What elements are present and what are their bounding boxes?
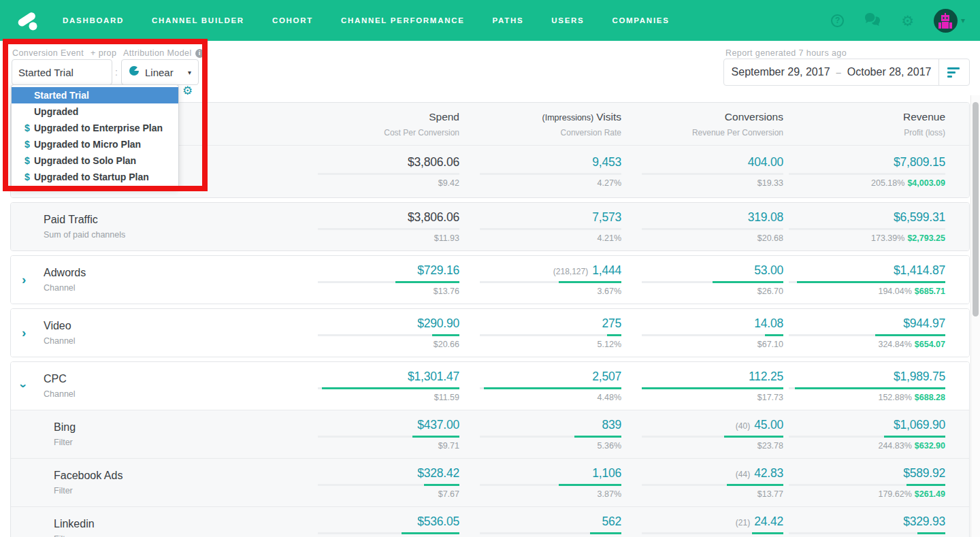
table-row-cpc[interactable]: › CPC Channel $1,301.47 $11.59 2,507 4.4…	[11, 362, 969, 410]
info-icon[interactable]: i	[195, 49, 204, 58]
scrollbar-thumb[interactable]	[973, 102, 979, 316]
date-range-text: September 29, 2017 – October 28, 2017	[724, 59, 938, 85]
conversion-event-label: Conversion Event+ prop	[12, 48, 116, 58]
row-subtitle: Sum of paid channels	[44, 230, 125, 240]
nav-item-dashboard[interactable]: DASHBOARD	[63, 16, 124, 25]
visits-cell: 839 5.36%	[459, 418, 621, 451]
dollar-icon: $	[24, 136, 30, 152]
conversions-cell: 112.25 $17.73	[621, 370, 783, 402]
table-row-paid-traffic[interactable]: Paid Traffic Sum of paid channels $3,806…	[11, 203, 969, 250]
nav-menu: DASHBOARD CHANNEL BUILDER COHORT CHANNEL…	[63, 16, 670, 25]
visits-cell: (218,127)1,444 3.67%	[459, 263, 621, 296]
conversions-cell: (21)24.42 $13.51	[621, 515, 783, 537]
row-title: CPC	[44, 373, 76, 385]
table-row-linkedin[interactable]: Linkedin Filter $536.05 $21.95 562 4.34%…	[11, 506, 969, 537]
top-nav: DASHBOARD CHANNEL BUILDER COHORT CHANNEL…	[0, 0, 980, 41]
visits-cell: 562 4.34%	[459, 515, 621, 537]
date-end: October 28, 2017	[847, 66, 932, 78]
row-subtitle: Channel	[44, 283, 86, 293]
dollar-icon: $	[24, 169, 30, 185]
table-row-video[interactable]: › Video Channel $290.90 $20.66 275 5.12%…	[11, 309, 969, 357]
add-prop-link[interactable]: + prop	[91, 48, 116, 58]
visits-cell: 9,453 4.27%	[459, 155, 621, 188]
conversions-cell: (40)45.00 $23.78	[621, 418, 783, 451]
avatar	[934, 9, 958, 33]
column-header-spend: Spend Cost Per Conversion	[297, 111, 459, 137]
user-menu[interactable]: ▾	[934, 9, 965, 33]
nav-item-users[interactable]: USERS	[551, 16, 584, 25]
nav-item-paths[interactable]: PATHS	[493, 16, 524, 25]
video-card: › Video Channel $290.90 $20.66 275 5.12%…	[10, 308, 970, 357]
table-row-adwords[interactable]: › Adwords Channel $729.16 $13.76 (218,12…	[11, 256, 969, 304]
spend-cell: $729.16 $13.76	[297, 263, 459, 296]
spend-cell: $3,806.06 $9.42	[297, 155, 459, 188]
help-icon[interactable]: ?	[831, 14, 844, 27]
row-subtitle: Filter	[54, 438, 76, 447]
row-title: Bing	[54, 421, 76, 434]
chevron-right-icon[interactable]: ›	[22, 272, 44, 287]
row-title: Linkedin	[54, 518, 95, 530]
spend-cell: $328.42 $7.67	[297, 466, 459, 499]
revenue-cell: $7,809.15 205.18%$4,003.09	[783, 155, 945, 188]
row-subtitle: Channel	[44, 389, 76, 399]
date-separator: –	[836, 67, 841, 78]
settings-gear-icon[interactable]: ⚙	[901, 14, 914, 28]
cpc-card: › CPC Channel $1,301.47 $11.59 2,507 4.4…	[10, 361, 970, 537]
row-title: Facebook Ads	[54, 470, 122, 482]
visits-cell: 275 5.12%	[459, 316, 621, 349]
filter-lines-icon	[947, 67, 961, 78]
revenue-cell: $1,414.87 194.04%$685.71	[783, 263, 945, 296]
nav-item-channel-performance[interactable]: CHANNEL PERFORMANCE	[341, 16, 465, 25]
paid-traffic-card: Paid Traffic Sum of paid channels $3,806…	[10, 202, 970, 251]
conversion-event-dropdown: Started Trial Upgraded $Upgraded to Ente…	[11, 84, 179, 189]
attribution-model-select[interactable]: Linear ▾	[121, 59, 199, 85]
table-row-bing[interactable]: Bing Filter $437.00 $9.71 839 5.36% (40)…	[11, 410, 969, 458]
nav-item-channel-builder[interactable]: CHANNEL BUILDER	[152, 16, 244, 25]
chat-icon[interactable]	[864, 12, 881, 29]
dollar-icon: $	[24, 152, 30, 169]
report-generated-label: Report generated 7 hours ago	[725, 48, 847, 58]
table-row-facebook-ads[interactable]: Facebook Ads Filter $328.42 $7.67 1,106 …	[11, 458, 969, 506]
dropdown-option[interactable]: $Upgraded to Enterprise Plan	[12, 120, 178, 136]
chevron-down-icon: ▾	[961, 16, 965, 25]
revenue-cell: $6,599.31 173.39%$2,793.25	[783, 210, 945, 243]
column-header-conversions: Conversions Revenue Per Conversion	[621, 111, 783, 137]
dollar-icon: $	[24, 120, 30, 136]
dropdown-option[interactable]: $Upgraded to Micro Plan	[12, 136, 178, 152]
date-range-picker[interactable]: September 29, 2017 – October 28, 2017	[723, 59, 970, 86]
filter-button[interactable]	[938, 59, 969, 85]
conversions-cell: 53.00 $26.70	[621, 263, 783, 296]
spend-cell: $3,806.06 $11.93	[297, 210, 459, 243]
nav-item-companies[interactable]: COMPANIES	[612, 16, 669, 25]
nav-right-icons: ? ⚙ ▾	[831, 9, 965, 33]
caret-down-icon: ▾	[188, 69, 191, 76]
dropdown-option[interactable]: Upgraded	[12, 103, 178, 120]
conversions-cell: 14.08 $67.10	[621, 316, 783, 349]
revenue-cell: $589.92 179.62%$261.49	[783, 466, 945, 499]
dropdown-option[interactable]: Started Trial	[12, 87, 178, 103]
chevron-right-icon[interactable]: ›	[22, 325, 44, 340]
event-settings-gear-icon[interactable]: ⚙	[182, 84, 193, 98]
conversions-cell: 404.00 $19.33	[621, 155, 783, 188]
nav-item-cohort[interactable]: COHORT	[272, 16, 313, 25]
row-subtitle: Filter	[54, 486, 122, 495]
attribution-logo-icon[interactable]	[15, 8, 45, 33]
column-header-visits: (Impressions)Visits Conversion Rate	[459, 111, 621, 137]
dropdown-option[interactable]: $Upgraded to Solo Plan	[12, 152, 178, 169]
conversions-cell: (44)42.83 $13.77	[621, 466, 783, 499]
row-title: Paid Traffic	[44, 214, 125, 226]
row-subtitle: Filter	[54, 534, 95, 537]
conversions-cell: 319.08 $20.68	[621, 210, 783, 243]
visits-cell: 1,106 3.87%	[459, 466, 621, 499]
column-header-revenue: Revenue Profit (loss)	[783, 111, 945, 137]
spend-cell: $1,301.47 $11.59	[297, 370, 459, 402]
chevron-down-icon[interactable]: ›	[22, 378, 44, 393]
revenue-cell: $1,989.75 152.88%$688.28	[783, 370, 945, 402]
separator-colon: :	[115, 67, 118, 78]
dropdown-option[interactable]: $Upgraded to Startup Plan	[12, 169, 178, 185]
spend-cell: $290.90 $20.66	[297, 316, 459, 349]
attribution-model-label: Attribution Model i	[123, 48, 204, 58]
date-start: September 29, 2017	[732, 66, 830, 78]
scrollbar	[970, 95, 980, 537]
conversion-event-input[interactable]	[12, 59, 112, 85]
